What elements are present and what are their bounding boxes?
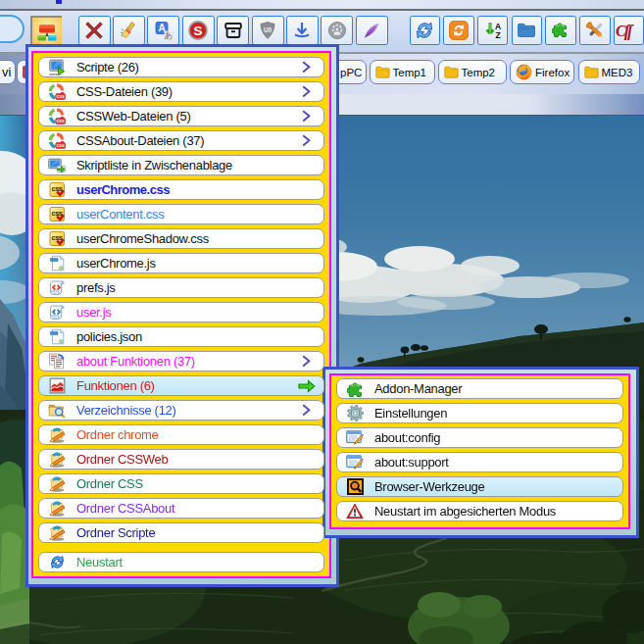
svg-text:css: css	[57, 142, 66, 148]
svg-text:css: css	[57, 93, 66, 99]
svg-text:S: S	[194, 23, 203, 37]
svg-text:Z: Z	[495, 30, 500, 40]
svg-text:U0: U0	[264, 26, 272, 33]
svg-text:www: www	[49, 71, 59, 74]
svg-text:A: A	[495, 21, 501, 30]
svg-text:css: css	[57, 118, 66, 124]
svg-text:あ: あ	[164, 30, 173, 40]
svg-text:Cſſ: Cſſ	[616, 23, 634, 40]
